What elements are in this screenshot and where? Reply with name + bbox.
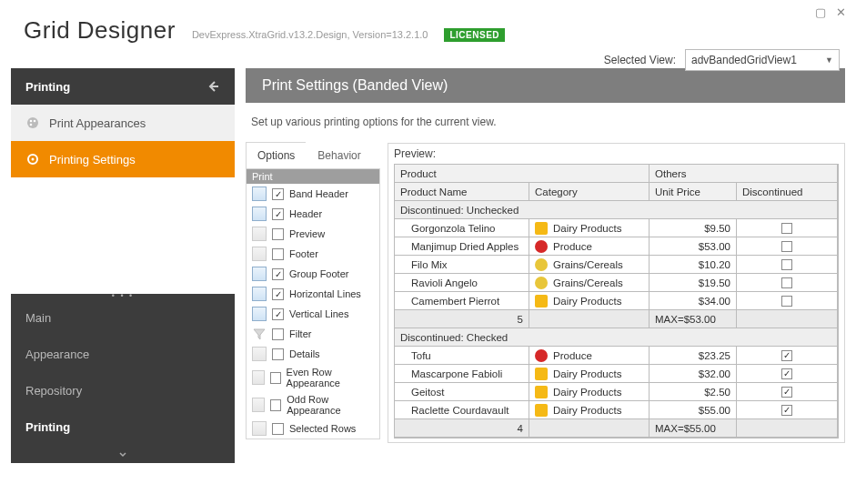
col-category: Category [529, 183, 650, 201]
table-row: Gorgonzola TelinoDairy Products$9.50 [395, 219, 838, 237]
svg-point-6 [32, 158, 35, 161]
option-icon [252, 307, 267, 321]
option-header[interactable]: Header [247, 204, 379, 224]
option-icon [252, 327, 267, 341]
maximize-icon[interactable]: ▢ [814, 5, 827, 18]
cell-price: $23.25 [650, 347, 737, 365]
option-checkbox[interactable] [270, 399, 281, 411]
option-icon [252, 186, 267, 201]
col-discontinued: Discontinued [737, 183, 838, 201]
tab-options[interactable]: Options [246, 142, 307, 168]
option-vertical-lines[interactable]: Vertical Lines [247, 304, 379, 324]
option-details[interactable]: Details [247, 344, 379, 364]
sidebar-expand-button[interactable] [11, 445, 235, 463]
tab-behavior[interactable]: Behavior [306, 142, 372, 168]
option-icon [252, 207, 267, 221]
app-title: Grid Designer [24, 16, 176, 45]
options-panel: Print Band HeaderHeaderPreviewFooterGrou… [246, 168, 380, 439]
cell-price: $2.50 [650, 383, 737, 401]
license-badge: LICENSED [444, 28, 505, 42]
table-row: Manjimup Dried ApplesProduce$53.00 [395, 237, 838, 256]
option-label: Header [289, 208, 322, 219]
option-group-footer[interactable]: Group Footer [247, 264, 379, 284]
option-odd-row-appearance[interactable]: Odd Row Appearance [247, 391, 379, 418]
sidebar-nav-repository[interactable]: Repository [11, 372, 235, 408]
cell-discontinued [737, 256, 838, 274]
category-icon [535, 386, 548, 398]
option-label: Footer [289, 248, 318, 259]
sidebar: Printing Print Appearances Printing Sett… [11, 68, 235, 463]
cell-discontinued [737, 292, 838, 310]
assembly-info: DevExpress.XtraGrid.v13.2.Design, Versio… [192, 29, 428, 40]
table-row: Mascarpone FabioliDairy Products$32.00 [395, 365, 838, 383]
table-row: Ravioli AngeloGrains/Cereals$19.50 [395, 274, 838, 292]
option-footer[interactable]: Footer [247, 244, 379, 264]
table-row: Camembert PierrotDairy Products$34.00 [395, 292, 838, 310]
summary-blank [529, 310, 650, 328]
option-checkbox[interactable] [272, 208, 284, 220]
cell-name: Ravioli Angelo [395, 274, 529, 292]
palette-icon [25, 116, 40, 130]
discontinued-checkbox [781, 387, 792, 398]
option-filter[interactable]: Filter [247, 324, 379, 344]
discontinued-checkbox [781, 223, 792, 234]
option-checkbox[interactable] [272, 348, 284, 360]
sidebar-nav-printing[interactable]: Printing [11, 408, 235, 445]
category-icon [535, 277, 548, 289]
summary-blank2 [737, 310, 838, 328]
cell-category: Dairy Products [529, 292, 650, 310]
sidebar-item-printing-settings[interactable]: Printing Settings [11, 141, 235, 177]
sidebar-section-header[interactable]: Printing [11, 68, 235, 105]
sidebar-nav-main[interactable]: Main [11, 299, 235, 336]
option-icon [252, 421, 267, 436]
cell-discontinued [737, 274, 838, 292]
discontinued-checkbox [781, 368, 792, 379]
cell-price: $10.20 [650, 256, 737, 274]
cell-name: Gorgonzola Telino [395, 219, 529, 237]
band-others: Others [650, 165, 838, 183]
option-icon [252, 247, 267, 261]
option-checkbox[interactable] [272, 308, 284, 320]
cell-name: Filo Mix [395, 256, 529, 274]
option-checkbox[interactable] [272, 248, 284, 260]
option-label: Horizontal Lines [289, 288, 361, 299]
option-checkbox[interactable] [272, 328, 284, 340]
svg-point-1 [27, 117, 38, 128]
option-band-header[interactable]: Band Header [247, 184, 379, 204]
selected-view-label: Selected View: [604, 54, 676, 66]
cell-price: $34.00 [650, 292, 737, 310]
option-label: Preview [289, 228, 325, 239]
option-horizontal-lines[interactable]: Horizontal Lines [247, 284, 379, 304]
preview-grid: Product Others Product Name Category Uni… [394, 164, 839, 438]
category-icon [535, 240, 548, 253]
cell-discontinued [737, 383, 838, 401]
table-row: TofuProduce$23.25 [395, 347, 838, 365]
svg-point-3 [34, 120, 36, 123]
sidebar-nav-appearance[interactable]: Appearance [11, 336, 235, 372]
option-checkbox[interactable] [272, 228, 284, 240]
cell-category: Dairy Products [529, 219, 650, 237]
table-row: Raclette CourdavaultDairy Products$55.00 [395, 401, 838, 419]
option-preview[interactable]: Preview [247, 224, 379, 244]
option-checkbox[interactable] [272, 268, 284, 280]
option-even-row-appearance[interactable]: Even Row Appearance [247, 364, 379, 391]
close-icon[interactable]: ✕ [834, 5, 847, 18]
cell-category: Dairy Products [529, 383, 650, 401]
option-selected-rows[interactable]: Selected Rows [247, 418, 379, 438]
sidebar-item-print-appearances[interactable]: Print Appearances [11, 105, 235, 141]
option-checkbox[interactable] [272, 423, 284, 435]
col-unit-price: Unit Price [650, 183, 737, 201]
cell-price: $19.50 [650, 274, 737, 292]
cell-price: $53.00 [650, 237, 737, 256]
option-checkbox[interactable] [270, 372, 280, 384]
option-label: Vertical Lines [289, 308, 348, 319]
option-checkbox[interactable] [272, 288, 284, 300]
category-icon [535, 349, 548, 362]
option-label: Odd Row Appearance [287, 394, 374, 416]
option-icon [252, 398, 265, 412]
option-checkbox[interactable] [272, 188, 284, 200]
svg-point-4 [30, 124, 33, 126]
back-arrow-icon[interactable] [206, 79, 220, 94]
cell-name: Manjimup Dried Apples [395, 237, 529, 256]
selected-view-dropdown[interactable]: advBandedGridView1 ▼ [685, 49, 840, 71]
